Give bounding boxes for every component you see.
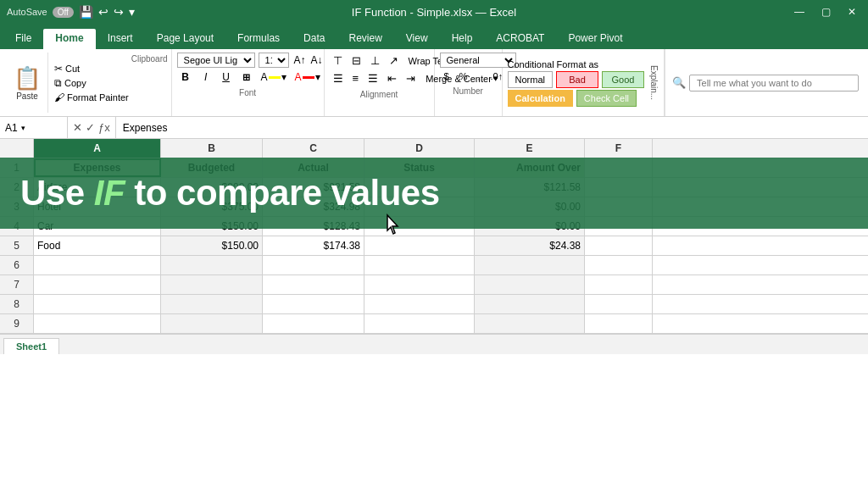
redo-icon[interactable]: ↪ bbox=[114, 5, 124, 19]
cell-f6[interactable] bbox=[585, 256, 653, 274]
row-number-6[interactable]: 6 bbox=[0, 256, 34, 274]
cell-ref-dropdown-icon[interactable]: ▾ bbox=[21, 124, 25, 132]
cell-b7[interactable] bbox=[161, 275, 263, 294]
cancel-formula-button[interactable]: ✕ bbox=[73, 121, 82, 134]
cell-c7[interactable] bbox=[263, 275, 364, 294]
style-normal[interactable]: Normal bbox=[508, 71, 553, 88]
font-color-button[interactable]: A ▾ bbox=[292, 70, 323, 84]
row-number-7[interactable]: 7 bbox=[0, 275, 34, 294]
style-check[interactable]: Check Cell bbox=[576, 90, 637, 107]
underline-button[interactable]: U bbox=[218, 69, 235, 85]
paste-button[interactable]: 📋 Paste bbox=[7, 53, 48, 113]
comma-button[interactable]: , bbox=[473, 69, 484, 83]
cell-a9[interactable] bbox=[34, 314, 161, 333]
cell-d6[interactable] bbox=[364, 256, 475, 274]
row-number-5[interactable]: 5 bbox=[0, 236, 34, 255]
col-header-e[interactable]: E bbox=[475, 139, 585, 158]
cell-b8[interactable] bbox=[161, 295, 263, 313]
align-top-button[interactable]: ⊤ bbox=[330, 53, 346, 69]
cell-f9[interactable] bbox=[585, 314, 653, 333]
cell-d8[interactable] bbox=[364, 295, 475, 313]
close-btn[interactable]: ✕ bbox=[843, 6, 861, 18]
tab-formulas[interactable]: Formulas bbox=[225, 29, 292, 49]
cell-a6[interactable] bbox=[34, 256, 161, 274]
cell-c5[interactable]: $174.38 bbox=[263, 236, 364, 255]
cell-d9[interactable] bbox=[364, 314, 475, 333]
col-header-a[interactable]: A bbox=[34, 139, 161, 158]
tab-view[interactable]: View bbox=[394, 29, 440, 49]
cell-c9[interactable] bbox=[263, 314, 364, 333]
italic-button[interactable]: I bbox=[198, 69, 214, 85]
percent-button[interactable]: % bbox=[455, 69, 472, 83]
minimize-btn[interactable]: — bbox=[789, 6, 810, 18]
autosave-toggle[interactable]: Off bbox=[53, 7, 74, 18]
row-number-9[interactable]: 9 bbox=[0, 314, 34, 333]
style-bad[interactable]: Bad bbox=[556, 71, 598, 88]
increase-font-size-button[interactable]: A↑ bbox=[292, 54, 308, 66]
cell-e7[interactable] bbox=[475, 275, 585, 294]
cell-b9[interactable] bbox=[161, 314, 263, 333]
tab-review[interactable]: Review bbox=[337, 29, 393, 49]
format-as-table-button[interactable]: Format as bbox=[557, 59, 599, 69]
tab-help[interactable]: Help bbox=[440, 29, 485, 49]
tab-insert[interactable]: Insert bbox=[96, 29, 145, 49]
cell-a8[interactable] bbox=[34, 295, 161, 313]
align-right-button[interactable]: ☰ bbox=[364, 70, 381, 86]
col-header-d[interactable]: D bbox=[364, 139, 475, 158]
cell-a7[interactable] bbox=[34, 275, 161, 294]
insert-function-button[interactable]: ƒx bbox=[98, 121, 110, 134]
cut-button[interactable]: ✂ Cut bbox=[52, 62, 131, 75]
col-header-f[interactable]: F bbox=[585, 139, 653, 158]
format-painter-button[interactable]: 🖌 Format Painter bbox=[52, 91, 131, 104]
cell-e6[interactable] bbox=[475, 256, 585, 274]
cell-b6[interactable] bbox=[161, 256, 263, 274]
cell-e8[interactable] bbox=[475, 295, 585, 313]
border-button[interactable]: ⊞ bbox=[238, 70, 255, 85]
tab-power-pivot[interactable]: Power Pivot bbox=[556, 29, 634, 49]
tab-page-layout[interactable]: Page Layout bbox=[145, 29, 225, 49]
align-bottom-button[interactable]: ⊥ bbox=[367, 53, 383, 69]
tab-acrobat[interactable]: ACROBAT bbox=[484, 29, 556, 49]
indent-decrease-button[interactable]: ⇤ bbox=[384, 70, 400, 86]
row-number-8[interactable]: 8 bbox=[0, 295, 34, 313]
text-angle-button[interactable]: ↗ bbox=[386, 53, 402, 69]
cell-e9[interactable] bbox=[475, 314, 585, 333]
cell-f5[interactable] bbox=[585, 236, 653, 255]
search-input[interactable] bbox=[689, 75, 859, 92]
cell-d5[interactable] bbox=[364, 236, 475, 255]
cell-f7[interactable] bbox=[585, 275, 653, 294]
accounting-button[interactable]: $ bbox=[440, 69, 453, 83]
fill-color-button[interactable]: A ▾ bbox=[259, 70, 289, 84]
indent-increase-button[interactable]: ⇥ bbox=[403, 70, 419, 86]
tab-data[interactable]: Data bbox=[292, 29, 337, 49]
style-good[interactable]: Good bbox=[602, 71, 644, 88]
copy-button[interactable]: ⧉ Copy bbox=[52, 76, 131, 90]
save-icon[interactable]: 💾 bbox=[79, 5, 93, 19]
tab-file[interactable]: File bbox=[3, 29, 43, 49]
col-header-b[interactable]: B bbox=[161, 139, 263, 158]
cell-f8[interactable] bbox=[585, 295, 653, 313]
restore-btn[interactable]: ▢ bbox=[816, 6, 836, 18]
cell-c8[interactable] bbox=[263, 295, 364, 313]
align-left-button[interactable]: ☰ bbox=[330, 70, 347, 86]
cell-a5[interactable]: Food bbox=[34, 236, 161, 255]
formula-input[interactable] bbox=[116, 122, 868, 134]
align-center-button[interactable]: ≡ bbox=[349, 70, 363, 86]
undo-icon[interactable]: ↩ bbox=[98, 5, 108, 19]
col-header-c[interactable]: C bbox=[263, 139, 364, 158]
bold-button[interactable]: B bbox=[177, 69, 194, 85]
sheet-tab-sheet1[interactable]: Sheet1 bbox=[3, 338, 59, 354]
font-size-select[interactable]: 11 bbox=[259, 53, 289, 68]
explain-more-label[interactable]: Explain... bbox=[649, 65, 659, 100]
customize-icon[interactable]: ▾ bbox=[129, 5, 135, 19]
cell-e5[interactable]: $24.38 bbox=[475, 236, 585, 255]
cell-d7[interactable] bbox=[364, 275, 475, 294]
tab-home[interactable]: Home bbox=[43, 29, 95, 49]
cell-b5[interactable]: $150.00 bbox=[161, 236, 263, 255]
confirm-formula-button[interactable]: ✓ bbox=[86, 121, 95, 134]
cell-c6[interactable] bbox=[263, 256, 364, 274]
font-face-select[interactable]: Segoe UI Lig bbox=[177, 53, 255, 68]
style-calculation[interactable]: Calculation bbox=[508, 90, 573, 107]
decrease-font-size-button[interactable]: A↓ bbox=[309, 54, 325, 66]
align-middle-button[interactable]: ⊟ bbox=[348, 53, 364, 69]
